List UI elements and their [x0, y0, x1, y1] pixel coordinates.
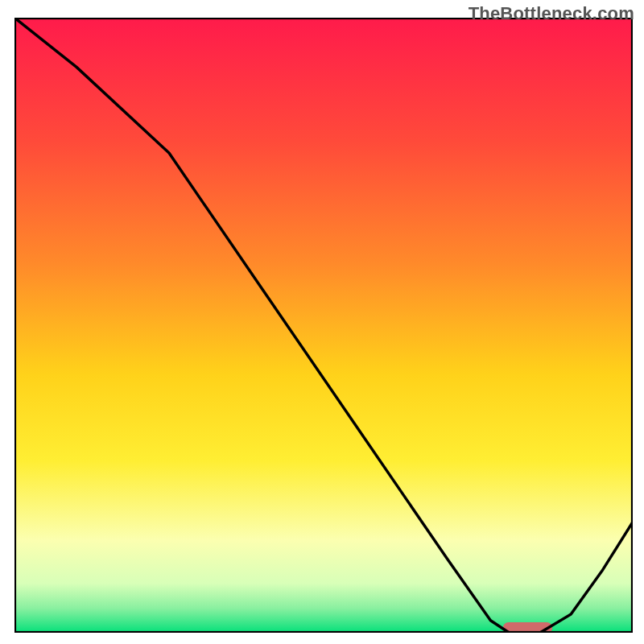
plot-area — [14, 18, 633, 633]
gradient-background — [14, 18, 633, 633]
watermark-label: TheBottleneck.com — [469, 3, 634, 24]
chart-container: TheBottleneck.com — [0, 0, 644, 644]
bottleneck-chart — [14, 18, 633, 633]
